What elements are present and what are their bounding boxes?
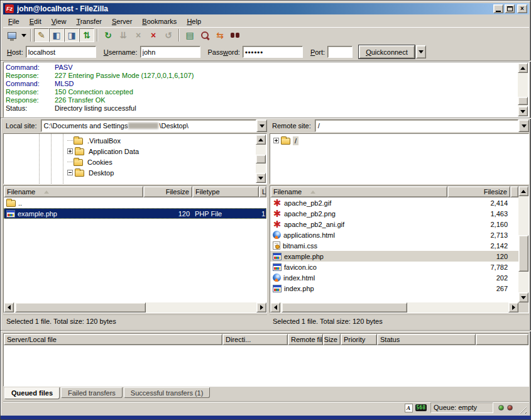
titlebar[interactable]: Fz john@localhost - FileZilla × bbox=[3, 3, 529, 14]
scrollbar-track[interactable] bbox=[518, 73, 528, 106]
column-header-l[interactable]: L bbox=[259, 186, 266, 197]
local-site-combo[interactable]: C:\Documents and Settings\Desktop\ bbox=[41, 119, 256, 132]
site-manager-dropdown-button[interactable] bbox=[19, 28, 28, 42]
scrollbar-track[interactable] bbox=[518, 196, 528, 292]
column-header-filename[interactable]: Filename bbox=[270, 186, 447, 197]
folder-icon bbox=[74, 138, 83, 145]
menu-item-help[interactable]: Help bbox=[182, 16, 206, 26]
collapse-icon[interactable] bbox=[67, 170, 73, 175]
menu-item-view[interactable]: View bbox=[47, 16, 72, 26]
host-input[interactable] bbox=[26, 46, 96, 58]
tree-item-cookies[interactable]: Cookies bbox=[4, 157, 255, 167]
table-row[interactable]: ✱apache_pb2.gif2,414 bbox=[270, 197, 518, 208]
find-files-button[interactable] bbox=[227, 28, 243, 42]
toggle-message-log-button[interactable]: ✎ bbox=[34, 28, 49, 42]
expand-icon[interactable] bbox=[273, 138, 279, 143]
scrollbar-track[interactable] bbox=[280, 302, 508, 312]
menu-item-transfer[interactable]: Transfer bbox=[71, 16, 107, 26]
scrollbar-thumb[interactable] bbox=[256, 155, 266, 163]
port-input[interactable] bbox=[327, 46, 353, 58]
scroll-left-button[interactable] bbox=[4, 302, 14, 312]
column-header-filesize[interactable]: Filesize bbox=[447, 186, 510, 197]
table-row[interactable]: favicon.ico7,782 bbox=[270, 262, 518, 272]
column-header-server-local-file[interactable]: Server/Local file bbox=[4, 334, 222, 345]
quickconnect-dropdown-button[interactable] bbox=[416, 45, 426, 58]
menu-item-bookmarks[interactable]: Bookmarks bbox=[137, 16, 182, 26]
scroll-down-button[interactable] bbox=[256, 173, 266, 183]
tab-failed-transfers[interactable]: Failed transfers bbox=[61, 387, 123, 398]
toggle-remote-tree-button[interactable]: ◨ bbox=[64, 28, 79, 42]
table-row[interactable]: example.php120 bbox=[270, 251, 518, 262]
column-header-filetype[interactable]: Filetype bbox=[192, 186, 259, 197]
table-row[interactable]: ✱apache_pb2.png1,463 bbox=[270, 208, 518, 219]
tree-item-desktop[interactable]: Desktop bbox=[4, 167, 255, 178]
remote-site-combo[interactable]: / bbox=[315, 119, 518, 132]
scrollbar-thumb[interactable] bbox=[518, 97, 528, 105]
table-row[interactable]: index.php267 bbox=[270, 283, 518, 294]
scrollbar-thumb[interactable] bbox=[15, 302, 146, 312]
scroll-up-button[interactable] bbox=[256, 135, 266, 145]
column-header-directi-[interactable]: Directi... bbox=[222, 334, 288, 345]
menu-item-file[interactable]: File bbox=[3, 16, 25, 26]
tab-successful-transfers-1-[interactable]: Successful transfers (1) bbox=[124, 387, 211, 398]
menu-item-server[interactable]: Server bbox=[107, 16, 137, 26]
local-list-hscrollbar[interactable] bbox=[4, 302, 266, 312]
toggle-transfer-queue-button[interactable]: ⇅ bbox=[79, 28, 94, 42]
disconnect-button[interactable]: × bbox=[146, 28, 161, 42]
column-header-priority[interactable]: Priority bbox=[341, 334, 377, 345]
close-button[interactable]: × bbox=[517, 4, 527, 13]
scrollbar-thumb[interactable] bbox=[518, 235, 528, 272]
message-log-scrollbar[interactable] bbox=[518, 63, 528, 116]
directory-listing-filters-button[interactable]: ▤ bbox=[182, 28, 197, 42]
maximize-button[interactable] bbox=[505, 4, 515, 13]
column-header-size[interactable]: Size bbox=[323, 334, 341, 345]
quickconnect-button[interactable]: Quickconnect bbox=[359, 45, 415, 58]
column-header-filename[interactable]: Filename bbox=[4, 186, 143, 197]
scroll-right-button[interactable] bbox=[508, 302, 518, 312]
tree-item-application-data[interactable]: Application Data bbox=[4, 146, 255, 157]
table-row[interactable]: index.html202 bbox=[270, 272, 518, 283]
table-row[interactable]: ✱apache_pb2_ani.gif2,160 bbox=[270, 219, 518, 229]
synchronized-browsing-button[interactable]: ⇆ bbox=[212, 28, 227, 42]
resize-grip[interactable] bbox=[518, 406, 527, 414]
site-manager-button[interactable] bbox=[4, 28, 19, 42]
scrollbar-track[interactable] bbox=[14, 302, 256, 312]
column-header-status[interactable]: Status bbox=[377, 334, 476, 345]
table-row[interactable]: bitnami.css2,142 bbox=[270, 240, 518, 251]
scroll-right-button[interactable] bbox=[256, 302, 266, 312]
scroll-down-button[interactable] bbox=[518, 292, 528, 302]
tree-item--virtualbox[interactable]: .VirtualBox bbox=[4, 135, 255, 146]
tree-item--[interactable]: / bbox=[271, 135, 527, 146]
scroll-down-button[interactable] bbox=[518, 106, 528, 116]
local-tree-scrollbar[interactable] bbox=[256, 135, 266, 183]
table-row[interactable]: .. bbox=[4, 197, 266, 208]
refresh-button[interactable]: ↻ bbox=[101, 28, 116, 42]
process-queue-button[interactable]: ⇊ bbox=[116, 28, 131, 42]
scroll-up-button[interactable] bbox=[518, 186, 528, 196]
remote-list-vscrollbar[interactable] bbox=[518, 186, 528, 302]
menu-item-edit[interactable]: Edit bbox=[25, 16, 47, 26]
scroll-up-button[interactable] bbox=[518, 63, 528, 73]
column-header-filesize[interactable]: Filesize bbox=[143, 186, 192, 197]
toggle-local-tree-button[interactable]: ◧ bbox=[49, 28, 64, 42]
local-site-dropdown-button[interactable] bbox=[256, 119, 267, 132]
remote-list-hscrollbar[interactable] bbox=[270, 302, 518, 312]
table-row[interactable]: applications.html2,713 bbox=[270, 229, 518, 240]
remote-site-dropdown-button[interactable] bbox=[518, 119, 529, 132]
speed-limit-icon[interactable]: 568 bbox=[415, 404, 427, 411]
scrollbar-track[interactable] bbox=[256, 145, 266, 173]
scrollbar-thumb[interactable] bbox=[282, 302, 407, 312]
expand-icon[interactable] bbox=[67, 148, 73, 154]
column-header-remote-file[interactable]: Remote file bbox=[288, 334, 323, 345]
splitter[interactable] bbox=[1, 330, 531, 331]
minimize-button[interactable] bbox=[493, 4, 503, 13]
table-row[interactable]: example.php120PHP File1 bbox=[4, 208, 266, 219]
tab-queued-files[interactable]: Queued files bbox=[4, 387, 60, 399]
scroll-left-button[interactable] bbox=[270, 302, 280, 312]
reconnect-button[interactable]: ↺ bbox=[161, 28, 176, 42]
password-input[interactable] bbox=[243, 46, 303, 58]
directory-comparison-button[interactable] bbox=[197, 28, 212, 42]
queue-body[interactable] bbox=[4, 345, 528, 386]
cancel-button[interactable]: × bbox=[131, 28, 146, 42]
username-input[interactable] bbox=[140, 46, 200, 58]
